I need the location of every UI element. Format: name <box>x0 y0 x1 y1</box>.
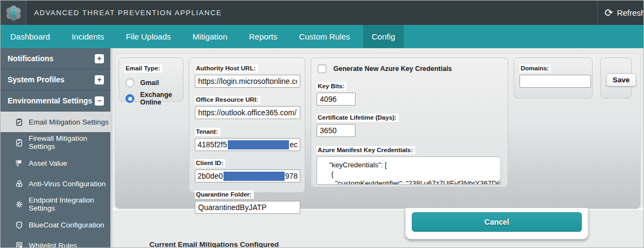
client-id-input[interactable]: 2b0de0 978 <box>195 169 300 182</box>
redaction-overlay <box>228 140 290 149</box>
sidebar-section-notifications[interactable]: Notifications + <box>1 48 110 69</box>
save-button[interactable]: Save <box>606 73 636 87</box>
sidebar-item-label: Anti-Virus Configuration <box>29 180 106 188</box>
client-id-label: Client ID: <box>195 159 225 167</box>
save-group: Save <box>600 57 632 99</box>
exchange-online-radio-row[interactable]: Exchange Online <box>126 91 178 106</box>
tab-config[interactable]: Config <box>363 25 404 48</box>
flower-logo-icon <box>4 3 23 23</box>
sidebar-section-environmental-settings[interactable]: Environmental Settings − <box>1 90 110 112</box>
email-type-label: Email Type: <box>124 64 162 73</box>
cancel-button[interactable]: Cancel <box>412 212 582 232</box>
tab-custom-rules[interactable]: Custom Rules <box>291 25 359 48</box>
clipboard-edit-icon <box>15 118 23 126</box>
clipboard-edit-icon <box>15 139 23 147</box>
sidebar-item-anti-virus-configuration[interactable]: Anti-Virus Configuration <box>1 173 110 194</box>
collapse-minus-icon[interactable]: − <box>95 96 104 106</box>
sidebar-item-label: BlueCoat Configuration <box>29 221 104 229</box>
generate-azure-key-row[interactable]: Generate New Azure Key Credentials <box>318 64 502 73</box>
gmail-radio-row[interactable]: Gmail <box>126 79 178 87</box>
quarantine-folder-label: Quarantine Folder: <box>195 191 254 199</box>
tenant-label: Tenant: <box>195 128 220 136</box>
generate-azure-key-checkbox[interactable] <box>318 64 326 73</box>
tenant-input[interactable]: 4185f2f5 ec <box>195 138 300 151</box>
section-label: Environmental Settings <box>8 96 92 105</box>
email-settings-panel: Email Type: Gmail Exchange Online Author… <box>115 53 641 209</box>
email-type-group: Email Type: Gmail Exchange Online <box>119 57 183 102</box>
domains-group: Domains: <box>514 57 593 99</box>
sidebar-item-email-mitigation-settings[interactable]: Email Mitigation Settings <box>1 112 110 132</box>
tab-dashboard[interactable]: Dashboard <box>2 25 58 48</box>
certificate-lifetime-input[interactable] <box>317 124 356 137</box>
sidebar-item-endpoint-integration-settings[interactable]: Endpoint Integration Settings <box>1 194 110 214</box>
app-window: ADVANCED THREAT PREVENTION APPLIANCE ⟳ R… <box>0 0 644 248</box>
refresh-label: Refresh <box>617 8 644 17</box>
office-resource-uri-label: Office Resource URI: <box>195 96 260 104</box>
tab-incidents[interactable]: Incidents <box>63 25 113 48</box>
config-content: Email Type: Gmail Exchange Online Author… <box>110 48 643 247</box>
gmail-radio-label: Gmail <box>140 79 159 87</box>
expand-plus-icon[interactable]: + <box>95 75 104 84</box>
refresh-icon: ⟳ <box>604 8 613 18</box>
top-bar: ADVANCED THREAT PREVENTION APPLIANCE ⟳ R… <box>1 1 643 25</box>
redaction-overlay <box>224 172 285 181</box>
sidebar-item-label: Email Mitigation Settings <box>29 118 109 126</box>
sidebar-item-label: Whitelist Rules <box>29 242 77 248</box>
generate-azure-key-label: Generate New Azure Key Credentials <box>333 65 452 73</box>
azure-manifest-label: Azure Manifest Key Credentials: <box>317 146 415 154</box>
sidebar-section-system-profiles[interactable]: System Profiles + <box>1 69 110 90</box>
client-id-value-suffix: 978 <box>285 172 298 180</box>
exchange-online-radio-label: Exchange Online <box>140 91 178 106</box>
current-email-mitigations-heading: Current Email Mitigations Configured <box>149 240 279 248</box>
sidebar-item-whitelist-rules[interactable]: Whitelist Rules <box>1 235 110 247</box>
shield-icon <box>15 221 23 229</box>
authority-host-url-label: Authority Host URL: <box>195 64 258 73</box>
virus-icon <box>15 200 23 208</box>
config-sidebar: Notifications + System Profiles + Enviro… <box>1 48 110 247</box>
app-title: ADVANCED THREAT PREVENTION APPLIANCE <box>34 9 222 17</box>
app-logo <box>1 1 27 25</box>
sidebar-item-label: Asset Value <box>29 159 67 167</box>
tab-mitigation[interactable]: Mitigation <box>184 25 236 48</box>
biohazard-icon <box>15 180 23 188</box>
tab-file-uploads[interactable]: File Uploads <box>117 25 179 48</box>
sidebar-item-label: Firewall Mitigation Settings <box>29 134 110 151</box>
azure-credentials-group: Generate New Azure Key Credentials Key B… <box>311 57 508 187</box>
main-nav: Dashboard Incidents File Uploads Mitigat… <box>1 25 643 48</box>
domains-label: Domains: <box>520 64 551 73</box>
refresh-button[interactable]: ⟳ Refresh <box>597 1 644 25</box>
section-label: Notifications <box>8 54 54 63</box>
section-label: System Profiles <box>8 75 64 84</box>
cancel-container: Cancel <box>405 208 588 239</box>
key-bits-input[interactable] <box>317 93 356 106</box>
exchange-online-radio[interactable] <box>126 94 134 103</box>
tenant-value-suffix: ec <box>290 140 298 149</box>
sidebar-item-bluecoat-configuration[interactable]: BlueCoat Configuration <box>1 214 110 235</box>
gmail-radio[interactable] <box>126 79 134 87</box>
sidebar-item-asset-value[interactable]: Asset Value <box>1 153 110 173</box>
azure-manifest-textarea[interactable]: "keyCredentials": [ { "customKeyIdentifi… <box>317 156 501 185</box>
key-bits-label: Key Bits: <box>317 82 347 90</box>
tab-reports[interactable]: Reports <box>240 25 286 48</box>
sidebar-item-label: Endpoint Integration Settings <box>29 196 110 212</box>
exchange-fields-group: Authority Host URL: Office Resource URI:… <box>189 57 305 193</box>
tenant-value-prefix: 4185f2f5 <box>198 140 227 149</box>
quarantine-folder-input[interactable] <box>195 201 300 214</box>
office-resource-uri-input[interactable] <box>195 106 300 119</box>
client-id-value-prefix: 2b0de0 <box>198 172 223 180</box>
expand-plus-icon[interactable]: + <box>95 54 104 63</box>
authority-host-url-input[interactable] <box>195 75 300 88</box>
certificate-lifetime-label: Certificate Lifetime (Days): <box>317 114 399 122</box>
flag-exclamation-icon <box>15 159 23 167</box>
domains-input[interactable] <box>520 75 591 88</box>
sidebar-item-firewall-mitigation-settings[interactable]: Firewall Mitigation Settings <box>1 132 110 153</box>
list-check-icon <box>15 242 23 248</box>
